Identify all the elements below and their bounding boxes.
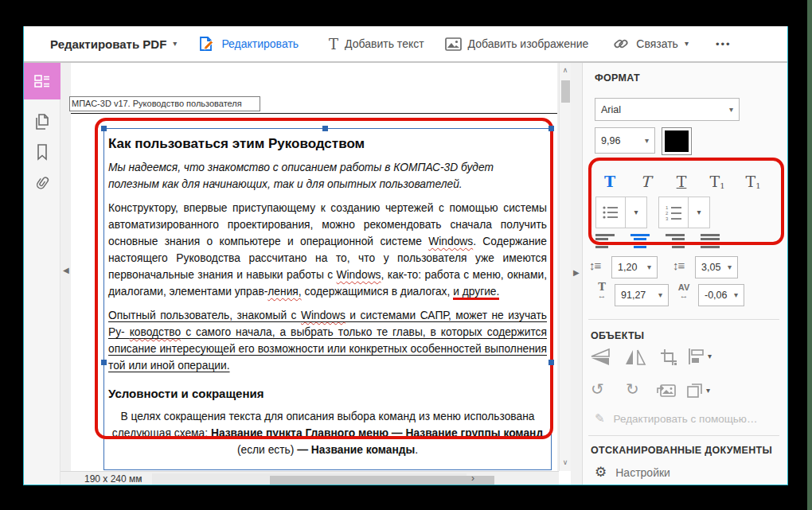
doc-paragraph-main: Конструктору, впервые приступающему к со… <box>108 200 547 300</box>
chevron-down-icon: ▾ <box>645 137 649 145</box>
numbered-list-button[interactable]: 123 <box>658 197 689 228</box>
editable-text-block[interactable]: Как пользоваться этим Руководством Мы на… <box>108 134 547 465</box>
chevron-down-icon: ▾ <box>634 208 638 216</box>
add-image-button[interactable]: Добавить изображение <box>445 37 589 51</box>
font-family-select[interactable]: Arial ▾ <box>595 98 740 121</box>
edit-pdf-menu[interactable]: Редактировать PDF ▾ <box>50 37 177 51</box>
document-status-bar: 190 x 240 мм ‹ › <box>61 471 559 485</box>
attachments-button[interactable] <box>33 173 52 192</box>
svg-text:3: 3 <box>666 216 669 220</box>
paragraph-spacing-select[interactable]: 3,05 ▾ <box>695 256 738 278</box>
align-right-button[interactable] <box>666 234 686 248</box>
document-viewport: ◀ МПАС-3D v17. Руководство пользователя … <box>61 63 559 471</box>
doc-paragraph-expert: Опытный пользователь, знакомый с Windows… <box>108 307 547 374</box>
bold-button[interactable]: T <box>594 165 626 192</box>
edit-with-button[interactable]: ✎ Редактировать с помощью… <box>595 411 757 426</box>
crop-button[interactable] <box>659 348 678 367</box>
misspelled-word: ководство <box>130 326 182 338</box>
rotate-right-button[interactable]: ↻ <box>626 381 639 397</box>
flip-horizontal-button[interactable] <box>624 348 646 367</box>
bookmarks-button[interactable] <box>33 142 52 162</box>
bullet-list-options-button[interactable]: ▾ <box>625 197 647 228</box>
scroll-right-arrow[interactable]: › <box>471 473 474 484</box>
align-left-button[interactable] <box>595 234 616 248</box>
format-panel: ФОРМАТ Arial ▾ 9,96 ▾ T T T T1 T1 <box>582 63 788 485</box>
flip-vertical-button[interactable] <box>589 348 611 367</box>
replace-image-button[interactable] <box>656 382 677 399</box>
right-pane-gutter: ▶ <box>571 63 582 485</box>
arrange-icon <box>686 382 704 399</box>
bookmark-icon <box>34 143 50 161</box>
more-tools-button[interactable]: ••• <box>716 38 732 50</box>
page-frame-top-line <box>71 113 557 114</box>
flip-vertical-icon <box>589 348 611 367</box>
selection-handle-top-left[interactable] <box>101 126 107 131</box>
pages-icon <box>33 113 51 130</box>
doc-paragraph-scheme: В целях сокращения текста для описания в… <box>108 408 547 458</box>
numbered-list-options-button[interactable]: ▾ <box>688 197 710 228</box>
expand-right-pane-arrow[interactable]: ▶ <box>573 269 580 277</box>
selection-handle-mid-left[interactable] <box>101 360 107 365</box>
justify-button[interactable] <box>701 234 721 248</box>
more-icon: ••• <box>716 38 732 50</box>
doc-heading-1: Как пользоваться этим Руководством <box>108 136 547 152</box>
font-color-value <box>665 130 689 152</box>
align-center-button[interactable] <box>630 234 651 248</box>
rotate-left-button[interactable]: ↺ <box>591 381 604 397</box>
font-color-swatch[interactable] <box>662 127 692 155</box>
edit-button[interactable]: Редактировать <box>197 35 299 53</box>
page-size-label: 190 x 240 мм <box>84 473 142 485</box>
misspelled-word: Windows <box>301 310 345 321</box>
tools-panel-button[interactable] <box>24 63 61 99</box>
text-tool-icon: T <box>329 36 338 53</box>
paragraph-spacing-icon: ↕≡ <box>673 259 684 272</box>
vertical-scroll-thumb[interactable] <box>561 80 570 103</box>
subscript-button[interactable]: T1 <box>737 165 769 192</box>
character-spacing-value: -0,06 <box>705 290 728 301</box>
settings-label: Настройки <box>615 466 670 479</box>
edit-pdf-toolbar: Редактировать PDF ▾ Редактировать T Доба… <box>24 26 788 63</box>
bullet-list-icon <box>603 205 619 220</box>
horizontal-scale-select[interactable]: 91,27 ▾ <box>615 284 669 306</box>
italic-button[interactable]: T <box>630 165 662 192</box>
character-spacing-icon: AV ↔ <box>672 283 696 299</box>
font-size-select[interactable]: 9,96 ▾ <box>595 127 655 154</box>
superscript-button[interactable]: T1 <box>701 165 733 192</box>
page-thumbnails-button[interactable] <box>33 112 52 131</box>
settings-button[interactable]: ⚙ Настройки <box>595 465 670 479</box>
scroll-up-arrow[interactable]: ∧ <box>560 67 571 74</box>
arrange-button[interactable]: ▾ <box>686 382 710 399</box>
replace-image-icon <box>656 382 677 399</box>
misspelled-word: ления, <box>267 286 301 298</box>
vertical-scrollbar[interactable]: ∧ ∨ <box>559 63 571 471</box>
link-button[interactable]: Связать ▾ <box>612 35 689 53</box>
chevron-down-icon: ▾ <box>697 208 701 216</box>
horizontal-scrollbar[interactable] <box>152 473 467 485</box>
add-text-button[interactable]: T Добавить текст <box>329 36 424 53</box>
selection-handle-top-center[interactable] <box>322 126 328 131</box>
paragraph-spacing-value: 3,05 <box>701 262 720 273</box>
scroll-left-arrow[interactable]: ‹ <box>139 473 142 484</box>
selection-handle-top-right[interactable] <box>548 126 554 131</box>
align-objects-icon <box>688 348 705 365</box>
scroll-down-arrow[interactable]: ∨ <box>560 459 571 466</box>
underline-button[interactable]: T <box>666 165 697 192</box>
chevron-down-icon: ▾ <box>729 106 733 114</box>
tools-panel-icon <box>34 75 50 88</box>
collapse-left-pane-arrow[interactable]: ◀ <box>63 267 69 274</box>
character-spacing-select[interactable]: -0,06 ▾ <box>698 284 744 306</box>
align-center-icon <box>630 234 651 248</box>
line-spacing-select[interactable]: 1,20 ▾ <box>611 256 658 278</box>
document-tag-label: МПАС-3D v17. Руководство пользователя <box>69 96 260 111</box>
align-objects-button[interactable]: ▾ <box>688 348 712 365</box>
horizontal-scroll-thumb[interactable] <box>270 476 494 485</box>
line-spacing-icon: ↕≡ <box>589 259 600 272</box>
justify-icon <box>701 234 721 248</box>
font-size-value: 9,96 <box>601 135 620 146</box>
svg-text:1: 1 <box>666 205 669 210</box>
link-label: Связать <box>636 37 678 50</box>
gear-icon: ⚙ <box>595 465 607 479</box>
pencil-icon: ✎ <box>595 411 605 426</box>
selection-handle-mid-right[interactable] <box>548 360 554 365</box>
bullet-list-button[interactable] <box>595 197 626 228</box>
